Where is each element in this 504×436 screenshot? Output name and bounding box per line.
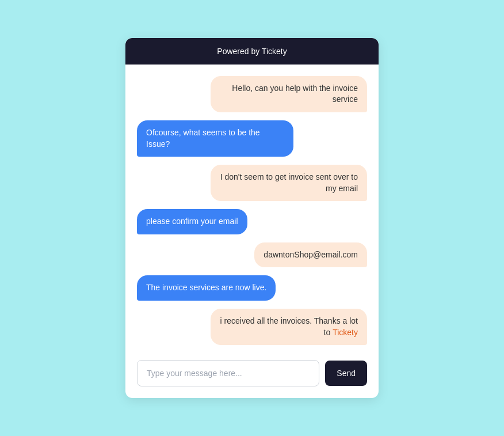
message-5-text: dawntonShop@email.com: [264, 250, 358, 259]
message-6: The invoice services are now live.: [137, 275, 276, 301]
message-3: I don't seem to get invoice sent over to…: [211, 165, 367, 201]
highlight-tickety: Tickety: [333, 328, 358, 337]
message-input[interactable]: [137, 360, 319, 386]
send-button[interactable]: Send: [325, 361, 367, 386]
message-7-text: i received all the invoices. Thanks a lo…: [220, 316, 358, 337]
chat-input-area: Send: [125, 351, 379, 398]
chat-container: Powered by Tickety Hello, can you help w…: [125, 38, 379, 399]
message-1: Hello, can you help with the invoice ser…: [211, 76, 367, 112]
message-4: please confirm your email: [137, 209, 247, 234]
message-2: Ofcourse, what seems to be the Issue?: [137, 120, 293, 157]
chat-messages: Hello, can you help with the invoice ser…: [125, 65, 379, 351]
chat-header: Powered by Tickety: [125, 38, 379, 65]
message-4-text: please confirm your email: [146, 217, 238, 226]
message-5: dawntonShop@email.com: [254, 242, 367, 268]
message-1-text: Hello, can you help with the invoice ser…: [232, 84, 358, 104]
message-2-text: Ofcourse, what seems to be the Issue?: [146, 128, 260, 149]
message-7: i received all the invoices. Thanks a lo…: [211, 309, 367, 345]
message-3-text: I don't seem to get invoice sent over to…: [220, 172, 358, 193]
chat-header-title: Powered by Tickety: [217, 47, 287, 56]
message-6-text: The invoice services are now live.: [146, 283, 266, 292]
